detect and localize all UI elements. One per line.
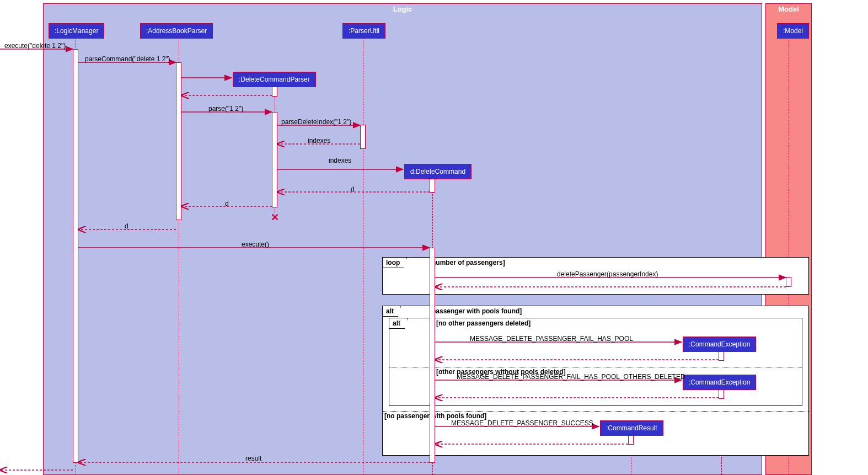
logic-manager-activation (73, 49, 78, 463)
msg-indexes2: indexes (329, 157, 351, 164)
alt2-fragment: alt [no other passengers deleted] [other… (389, 318, 802, 406)
msg-d2: d (225, 200, 229, 207)
dcp-activation-parse (272, 112, 277, 207)
command-result-box: :CommandResult (600, 420, 663, 436)
msg-d3: d (125, 222, 128, 230)
msg-indexes: indexes (308, 137, 330, 145)
model-frame-label: Model (774, 4, 803, 14)
dcp-activation-create (272, 86, 277, 97)
loop-label: loop (383, 258, 407, 268)
logic-frame-label: Logic (389, 4, 417, 14)
address-book-parser-box: :AddressBookParser (140, 23, 213, 39)
msg-execute-delete: execute("delete 1 2") (4, 42, 66, 50)
delete-command-parser-box: :DeleteCommandParser (233, 72, 316, 87)
msg-parse-command: parseCommand("delete 1 2") (85, 55, 170, 63)
alt1-label: alt (383, 306, 401, 317)
msg-delete-passenger: deletePassenger(passengerIndex) (557, 270, 658, 278)
msg-fail-has-pool-others: MESSAGE_DELETE_PASSENGER_FAIL_HAS_POOL_O… (457, 373, 685, 381)
delete-command-activation2 (430, 248, 435, 463)
logic-manager-box: :LogicManager (49, 23, 104, 39)
msg-parse: parse("1 2") (208, 105, 243, 113)
alt1-guard1: [passenger with pools found] (430, 307, 522, 315)
parser-util-box: :ParserUtil (342, 23, 385, 39)
alt2-guard1: [no other passengers deleted] (436, 319, 531, 327)
msg-parse-delete-index: parseDeleteIndex("1 2") (281, 118, 351, 126)
parser-util-activation (360, 125, 366, 149)
destroy-x-icon: ✕ (271, 211, 279, 223)
alt1-divider (383, 411, 808, 412)
command-exception1-box: :CommandException (683, 337, 756, 352)
cr-activation (628, 435, 634, 445)
alt2-label: alt (389, 318, 408, 329)
delete-command-box: d:DeleteCommand (404, 164, 471, 179)
msg-result: result (245, 455, 261, 462)
command-exception2-box: :CommandException (683, 375, 756, 390)
loop-guard: [number of passengers] (430, 259, 505, 266)
model-box: :Model (777, 23, 809, 39)
msg-success: MESSAGE_DELETE_PASSENGER_SUCCESS (451, 419, 593, 427)
address-book-parser-activation (176, 62, 181, 220)
ce2-activation (719, 389, 724, 399)
ce1-activation (719, 351, 724, 361)
model-activation (786, 277, 791, 287)
alt2-divider (389, 367, 802, 367)
parser-util-lifeline (363, 38, 363, 475)
alt1-guard3: [no passenger with pools found] (384, 412, 486, 420)
msg-execute: execute() (242, 241, 269, 248)
msg-fail-has-pool: MESSAGE_DELETE_PASSENGER_FAIL_HAS_POOL (470, 335, 633, 343)
delete-command-activation1 (430, 178, 435, 193)
msg-d: d (351, 185, 355, 193)
